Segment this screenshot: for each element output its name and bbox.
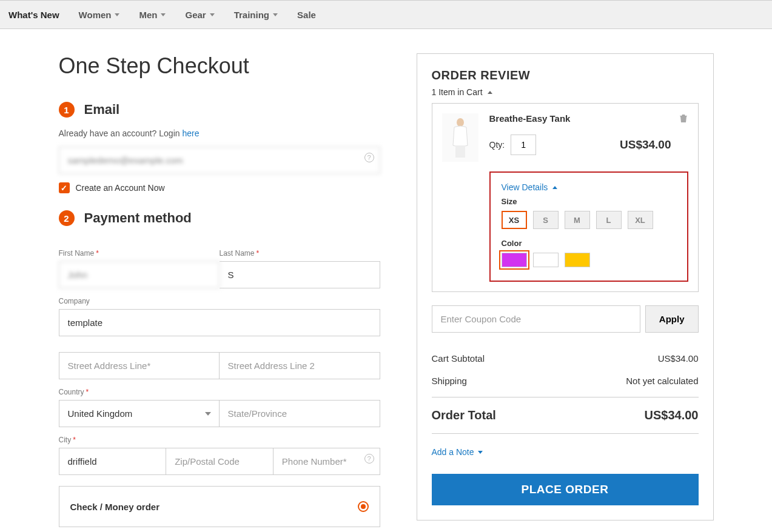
top-nav: What's NewWomenMenGearTrainingSale	[0, 0, 772, 29]
last-name-label: Last Name	[220, 249, 380, 258]
step-number: 2	[59, 210, 75, 226]
chevron-down-icon	[273, 13, 278, 16]
color-swatch-1[interactable]	[533, 253, 559, 267]
city-input[interactable]	[59, 448, 166, 475]
radio-selected-icon	[358, 501, 369, 512]
login-hint: Already have an account? Login here	[59, 128, 380, 138]
cart-summary-toggle[interactable]: 1 Item in Cart	[432, 87, 699, 97]
coupon-input[interactable]	[432, 305, 640, 333]
apply-button[interactable]: Apply	[645, 305, 699, 333]
product-thumbnail	[442, 113, 478, 162]
company-input[interactable]	[59, 309, 380, 336]
payment-option[interactable]: Check / Money order	[59, 486, 380, 527]
state-input[interactable]	[220, 400, 380, 427]
create-account-checkbox[interactable]: ✓ Create an Account Now	[59, 182, 380, 193]
company-label: Company	[59, 297, 380, 305]
order-review-title: ORDER REVIEW	[432, 68, 699, 82]
help-icon[interactable]: ?	[364, 454, 374, 464]
place-order-button[interactable]: PLACE ORDER	[432, 474, 699, 505]
chevron-down-icon	[210, 13, 215, 16]
size-swatch-xs[interactable]: XS	[502, 211, 527, 229]
step-payment-header: 2 Payment method	[59, 210, 380, 226]
qty-input[interactable]	[511, 135, 536, 155]
subtotal-label: Cart Subtotal	[432, 353, 485, 364]
shipping-value: Not yet calculated	[626, 376, 698, 386]
chevron-down-icon	[115, 13, 119, 16]
order-review-panel: ORDER REVIEW 1 Item in Cart Breathe-Easy…	[417, 53, 714, 520]
nav-item-what-s-new[interactable]: What's New	[8, 10, 59, 20]
color-swatch-0[interactable]	[502, 253, 527, 267]
trash-icon[interactable]	[679, 113, 688, 125]
check-icon: ✓	[59, 182, 70, 193]
phone-input[interactable]	[273, 448, 380, 475]
step-label: Payment method	[84, 210, 192, 226]
chevron-up-icon	[552, 186, 557, 189]
color-label: Color	[502, 239, 676, 248]
size-swatch-l[interactable]: L	[596, 211, 622, 229]
street2-input[interactable]	[220, 352, 380, 379]
step-number: 1	[59, 102, 75, 118]
svg-point-0	[457, 118, 464, 127]
country-select[interactable]	[59, 400, 220, 427]
nav-item-sale[interactable]: Sale	[297, 10, 316, 20]
item-price: US$34.00	[620, 138, 671, 151]
zip-input[interactable]	[166, 448, 273, 475]
size-swatch-s[interactable]: S	[533, 211, 559, 229]
first-name-input[interactable]	[59, 261, 220, 288]
page-title: One Step Checkout	[59, 53, 380, 79]
email-input[interactable]	[59, 147, 380, 174]
view-details-toggle[interactable]: View Details	[502, 182, 676, 192]
nav-item-men[interactable]: Men	[139, 10, 166, 20]
product-name: Breathe-Easy Tank	[489, 113, 671, 124]
payment-option-label: Check / Money order	[70, 502, 160, 512]
help-icon[interactable]: ?	[364, 153, 374, 162]
first-name-label: First Name	[59, 249, 220, 258]
step-email-header: 1 Email	[59, 102, 380, 118]
color-swatch-2[interactable]	[565, 253, 590, 267]
step-label: Email	[84, 102, 120, 118]
chevron-down-icon	[478, 451, 483, 454]
qty-label: Qty:	[489, 140, 505, 150]
login-link[interactable]: here	[182, 128, 199, 138]
svg-rect-1	[455, 145, 465, 158]
item-details: View Details Size XSSMLXL Color	[489, 171, 688, 282]
country-label: Country	[59, 388, 220, 396]
nav-item-women[interactable]: Women	[79, 10, 120, 20]
size-swatch-xl[interactable]: XL	[628, 211, 653, 229]
nav-item-training[interactable]: Training	[234, 10, 278, 20]
order-total-label: Order Total	[432, 408, 496, 422]
add-note-toggle[interactable]: Add a Note	[432, 447, 699, 457]
order-total-value: US$34.00	[645, 408, 699, 422]
size-swatch-m[interactable]: M	[565, 211, 590, 229]
shipping-label: Shipping	[432, 376, 467, 386]
size-label: Size	[502, 197, 676, 206]
street1-input[interactable]	[59, 352, 220, 379]
cart-item: Breathe-Easy Tank Qty: US$34.00	[432, 103, 699, 292]
chevron-down-icon	[161, 13, 166, 16]
nav-item-gear[interactable]: Gear	[185, 10, 214, 20]
subtotal-value: US$34.00	[658, 353, 699, 364]
city-label: City	[59, 436, 380, 444]
last-name-input[interactable]	[220, 261, 380, 288]
chevron-up-icon	[488, 91, 492, 94]
